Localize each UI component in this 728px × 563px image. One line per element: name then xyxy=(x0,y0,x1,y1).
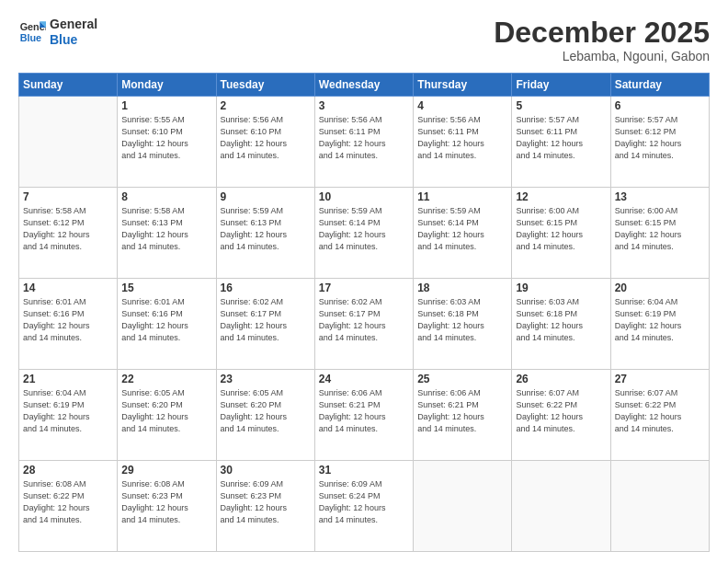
day-info: Sunrise: 6:01 AM Sunset: 6:16 PM Dayligh… xyxy=(121,296,211,344)
day-number: 29 xyxy=(121,464,211,477)
calendar-week-1: 1Sunrise: 5:55 AM Sunset: 6:10 PM Daylig… xyxy=(19,97,710,188)
calendar-cell: 10Sunrise: 5:59 AM Sunset: 6:14 PM Dayli… xyxy=(314,188,413,279)
day-info: Sunrise: 6:05 AM Sunset: 6:20 PM Dayligh… xyxy=(221,387,311,435)
calendar-cell: 16Sunrise: 6:02 AM Sunset: 6:17 PM Dayli… xyxy=(216,279,314,370)
day-info: Sunrise: 6:05 AM Sunset: 6:20 PM Dayligh… xyxy=(121,387,211,435)
day-info: Sunrise: 6:04 AM Sunset: 6:19 PM Dayligh… xyxy=(615,296,705,344)
day-info: Sunrise: 6:00 AM Sunset: 6:15 PM Dayligh… xyxy=(615,205,705,253)
calendar-cell: 5Sunrise: 5:57 AM Sunset: 6:11 PM Daylig… xyxy=(512,97,610,188)
day-number: 14 xyxy=(23,282,113,294)
day-number: 1 xyxy=(121,99,211,112)
calendar-cell: 6Sunrise: 5:57 AM Sunset: 6:12 PM Daylig… xyxy=(610,97,709,188)
location: Lebamba, Ngouni, Gabon xyxy=(494,49,710,63)
weekday-header-saturday: Saturday xyxy=(610,74,709,97)
weekday-header-wednesday: Wednesday xyxy=(314,74,413,97)
day-info: Sunrise: 6:06 AM Sunset: 6:21 PM Dayligh… xyxy=(417,387,507,435)
day-number: 18 xyxy=(417,282,507,294)
day-info: Sunrise: 5:57 AM Sunset: 6:11 PM Dayligh… xyxy=(516,114,606,162)
day-info: Sunrise: 6:08 AM Sunset: 6:22 PM Dayligh… xyxy=(23,478,113,526)
day-info: Sunrise: 6:03 AM Sunset: 6:18 PM Dayligh… xyxy=(417,296,507,344)
day-number: 20 xyxy=(615,282,705,294)
day-info: Sunrise: 5:59 AM Sunset: 6:13 PM Dayligh… xyxy=(221,205,311,253)
title-block: December 2025 Lebamba, Ngouni, Gabon xyxy=(494,17,710,63)
calendar-week-4: 21Sunrise: 6:04 AM Sunset: 6:19 PM Dayli… xyxy=(19,370,710,461)
day-number: 19 xyxy=(516,282,606,294)
weekday-header-monday: Monday xyxy=(118,74,216,97)
day-number: 6 xyxy=(615,99,705,112)
day-info: Sunrise: 5:56 AM Sunset: 6:11 PM Dayligh… xyxy=(319,114,409,162)
weekday-header-row: SundayMondayTuesdayWednesdayThursdayFrid… xyxy=(19,74,710,97)
page: General Blue General Blue December 2025 … xyxy=(0,0,728,563)
day-number: 21 xyxy=(23,373,113,385)
day-number: 11 xyxy=(417,190,507,203)
day-info: Sunrise: 6:00 AM Sunset: 6:15 PM Dayligh… xyxy=(516,205,606,253)
day-number: 12 xyxy=(516,190,606,203)
day-number: 24 xyxy=(319,373,409,385)
header: General Blue General Blue December 2025 … xyxy=(18,17,710,63)
day-number: 27 xyxy=(615,373,705,385)
day-number: 2 xyxy=(221,99,311,112)
day-number: 26 xyxy=(516,373,606,385)
logo-line1: General xyxy=(50,17,97,32)
logo: General Blue General Blue xyxy=(18,17,97,48)
calendar-cell: 7Sunrise: 5:58 AM Sunset: 6:12 PM Daylig… xyxy=(19,188,118,279)
calendar-week-5: 28Sunrise: 6:08 AM Sunset: 6:22 PM Dayli… xyxy=(19,461,710,552)
day-number: 15 xyxy=(121,282,211,294)
calendar-table: SundayMondayTuesdayWednesdayThursdayFrid… xyxy=(18,73,710,552)
day-info: Sunrise: 6:02 AM Sunset: 6:17 PM Dayligh… xyxy=(319,296,409,344)
day-number: 31 xyxy=(319,464,409,477)
day-number: 4 xyxy=(417,99,507,112)
day-info: Sunrise: 5:58 AM Sunset: 6:12 PM Dayligh… xyxy=(23,205,113,253)
day-info: Sunrise: 6:01 AM Sunset: 6:16 PM Dayligh… xyxy=(23,296,113,344)
day-info: Sunrise: 5:57 AM Sunset: 6:12 PM Dayligh… xyxy=(615,114,705,162)
weekday-header-tuesday: Tuesday xyxy=(216,74,314,97)
day-info: Sunrise: 6:09 AM Sunset: 6:23 PM Dayligh… xyxy=(221,478,311,526)
calendar-cell: 20Sunrise: 6:04 AM Sunset: 6:19 PM Dayli… xyxy=(610,279,709,370)
calendar-cell: 25Sunrise: 6:06 AM Sunset: 6:21 PM Dayli… xyxy=(414,370,512,461)
calendar-cell: 24Sunrise: 6:06 AM Sunset: 6:21 PM Dayli… xyxy=(314,370,413,461)
day-number: 28 xyxy=(23,464,113,477)
calendar-cell: 9Sunrise: 5:59 AM Sunset: 6:13 PM Daylig… xyxy=(216,188,314,279)
day-number: 22 xyxy=(121,373,211,385)
calendar-cell: 27Sunrise: 6:07 AM Sunset: 6:22 PM Dayli… xyxy=(610,370,709,461)
calendar-cell: 4Sunrise: 5:56 AM Sunset: 6:11 PM Daylig… xyxy=(414,97,512,188)
calendar-cell: 14Sunrise: 6:01 AM Sunset: 6:16 PM Dayli… xyxy=(19,279,118,370)
day-number: 16 xyxy=(221,282,311,294)
day-number: 9 xyxy=(221,190,311,203)
day-info: Sunrise: 5:56 AM Sunset: 6:11 PM Dayligh… xyxy=(417,114,507,162)
day-number: 5 xyxy=(516,99,606,112)
calendar-cell: 1Sunrise: 5:55 AM Sunset: 6:10 PM Daylig… xyxy=(118,97,216,188)
logo-icon: General Blue xyxy=(18,18,46,46)
calendar-cell xyxy=(610,461,709,552)
day-info: Sunrise: 6:02 AM Sunset: 6:17 PM Dayligh… xyxy=(221,296,311,344)
calendar-cell: 30Sunrise: 6:09 AM Sunset: 6:23 PM Dayli… xyxy=(216,461,314,552)
calendar-cell: 2Sunrise: 5:56 AM Sunset: 6:10 PM Daylig… xyxy=(216,97,314,188)
day-info: Sunrise: 5:59 AM Sunset: 6:14 PM Dayligh… xyxy=(417,205,507,253)
day-info: Sunrise: 5:55 AM Sunset: 6:10 PM Dayligh… xyxy=(121,114,211,162)
calendar-cell: 17Sunrise: 6:02 AM Sunset: 6:17 PM Dayli… xyxy=(314,279,413,370)
day-number: 23 xyxy=(221,373,311,385)
day-info: Sunrise: 5:59 AM Sunset: 6:14 PM Dayligh… xyxy=(319,205,409,253)
day-info: Sunrise: 6:08 AM Sunset: 6:23 PM Dayligh… xyxy=(121,478,211,526)
calendar-week-3: 14Sunrise: 6:01 AM Sunset: 6:16 PM Dayli… xyxy=(19,279,710,370)
day-number: 17 xyxy=(319,282,409,294)
calendar-cell: 28Sunrise: 6:08 AM Sunset: 6:22 PM Dayli… xyxy=(19,461,118,552)
calendar-cell xyxy=(414,461,512,552)
day-number: 10 xyxy=(319,190,409,203)
calendar-cell xyxy=(19,97,118,188)
weekday-header-friday: Friday xyxy=(512,74,610,97)
day-info: Sunrise: 5:58 AM Sunset: 6:13 PM Dayligh… xyxy=(121,205,211,253)
day-info: Sunrise: 6:07 AM Sunset: 6:22 PM Dayligh… xyxy=(615,387,705,435)
logo-line2: Blue xyxy=(50,32,97,48)
weekday-header-thursday: Thursday xyxy=(414,74,512,97)
day-number: 25 xyxy=(417,373,507,385)
day-info: Sunrise: 6:07 AM Sunset: 6:22 PM Dayligh… xyxy=(516,387,606,435)
calendar-cell: 18Sunrise: 6:03 AM Sunset: 6:18 PM Dayli… xyxy=(414,279,512,370)
day-number: 3 xyxy=(319,99,409,112)
calendar-cell: 19Sunrise: 6:03 AM Sunset: 6:18 PM Dayli… xyxy=(512,279,610,370)
calendar-cell: 26Sunrise: 6:07 AM Sunset: 6:22 PM Dayli… xyxy=(512,370,610,461)
day-number: 7 xyxy=(23,190,113,203)
day-info: Sunrise: 5:56 AM Sunset: 6:10 PM Dayligh… xyxy=(221,114,311,162)
day-info: Sunrise: 6:06 AM Sunset: 6:21 PM Dayligh… xyxy=(319,387,409,435)
calendar-cell: 22Sunrise: 6:05 AM Sunset: 6:20 PM Dayli… xyxy=(118,370,216,461)
